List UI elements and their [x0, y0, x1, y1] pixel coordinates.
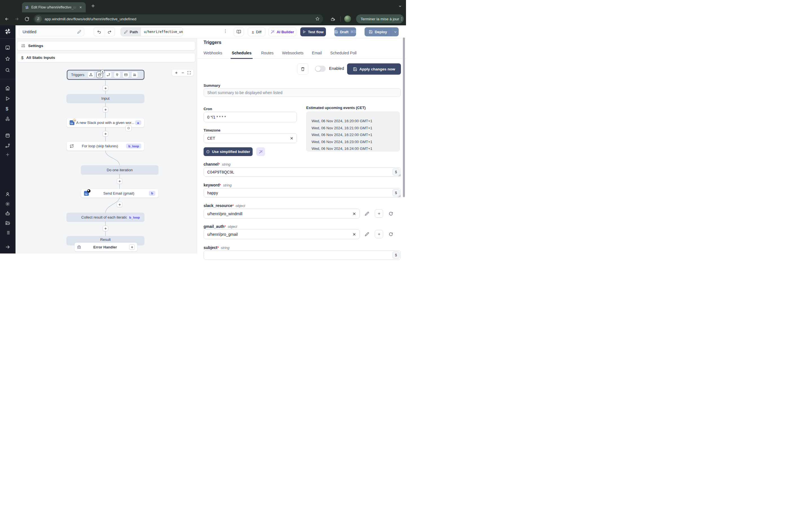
insert-step-button[interactable]	[103, 107, 108, 112]
insert-variable-button[interactable]: $	[393, 251, 400, 253]
keyword-input[interactable]	[204, 188, 401, 198]
edit-name-pencil-icon[interactable]	[77, 30, 81, 34]
browser-menu-kebab-icon[interactable]	[400, 17, 404, 21]
clear-timezone-icon[interactable]	[290, 136, 294, 140]
refresh-resource-icon[interactable]	[389, 212, 393, 216]
slack-step-node[interactable]: TS A new Slack post with a given wor... …	[66, 118, 144, 127]
sidebar-item-workers[interactable]	[5, 211, 10, 216]
bookmark-star-icon[interactable]	[315, 17, 320, 21]
reload-icon[interactable]	[24, 17, 29, 21]
do-one-iteration-node[interactable]: Do one iteration	[81, 165, 158, 174]
sidebar-item-variables[interactable]: $	[6, 106, 8, 112]
keyword-field[interactable]: $	[204, 188, 401, 198]
channel-field[interactable]: $	[204, 167, 401, 177]
triggers-node[interactable]: Triggers 1	[67, 70, 144, 80]
url-bar[interactable]: app.windmill.dev/flows/edit/u/henri/effe…	[34, 14, 323, 23]
tab-websockets[interactable]: Websockets	[282, 51, 303, 58]
zoom-in-icon[interactable]	[174, 71, 178, 75]
insert-step-button[interactable]	[117, 178, 122, 184]
sidebar-item-resources[interactable]	[5, 116, 10, 121]
slack-resource-input[interactable]	[204, 209, 360, 219]
email-trigger-icon[interactable]	[123, 71, 129, 78]
docs-book-button[interactable]	[234, 27, 244, 36]
forward-icon[interactable]	[14, 17, 19, 21]
new-tab-button[interactable]	[91, 4, 95, 8]
edit-resource-pencil-icon[interactable]	[365, 212, 369, 216]
chevron-down-icon[interactable]	[394, 30, 397, 34]
scheduled-poll-trigger-icon[interactable]	[132, 71, 138, 78]
clear-resource-icon[interactable]	[352, 232, 356, 236]
profile-avatar[interactable]	[344, 15, 351, 22]
input-node[interactable]: Input	[66, 94, 144, 103]
select-box-button[interactable]	[125, 125, 132, 131]
browser-tab[interactable]: Edit Flow u/henri/effective_un	[22, 2, 86, 12]
tab-close-icon[interactable]	[79, 6, 82, 9]
sidebar-item-schedules[interactable]	[5, 133, 10, 138]
sidebar-item-audit-logs[interactable]	[5, 230, 10, 235]
edit-resource-pencil-icon[interactable]	[365, 232, 369, 236]
ai-builder-button[interactable]: AI Builder	[268, 27, 296, 36]
apply-changes-button[interactable]: Apply changes now	[347, 63, 401, 75]
enabled-toggle[interactable]	[315, 66, 326, 72]
add-error-handler-button[interactable]	[129, 244, 135, 250]
sidebar-item-workspace[interactable]	[5, 45, 10, 50]
sidebar-item-search[interactable]	[5, 68, 10, 73]
sidebar-expand-arrow-icon[interactable]	[5, 244, 10, 249]
schedule-trigger-icon[interactable]: 1	[96, 71, 103, 78]
timezone-field[interactable]	[204, 133, 297, 143]
sidebar-item-folders[interactable]	[5, 221, 10, 226]
sidebar-item-routes[interactable]	[5, 143, 10, 148]
gmail-auth-input[interactable]	[204, 229, 360, 239]
resize-handle[interactable]	[398, 195, 400, 197]
sidebar-item-settings[interactable]	[5, 202, 10, 207]
sidebar-item-favorites[interactable]	[5, 56, 10, 61]
channel-input[interactable]	[204, 167, 401, 177]
ai-cron-wand-button[interactable]	[256, 147, 265, 156]
subject-field[interactable]: $	[204, 250, 401, 253]
websocket-trigger-icon[interactable]	[114, 71, 120, 78]
summary-input[interactable]	[204, 88, 401, 97]
add-resource-button[interactable]	[375, 209, 383, 218]
windmill-logo[interactable]	[4, 28, 11, 35]
route-trigger-icon[interactable]	[105, 71, 112, 78]
add-resource-button[interactable]	[375, 230, 383, 238]
extensions-puzzle-icon[interactable]	[331, 17, 335, 21]
site-settings-icon[interactable]	[35, 15, 42, 22]
refresh-resource-icon[interactable]	[389, 232, 393, 236]
tab-webhooks[interactable]: Webhooks	[204, 51, 222, 58]
cron-input[interactable]	[204, 112, 297, 122]
subject-input[interactable]	[204, 250, 401, 253]
resize-handle[interactable]	[398, 174, 400, 176]
timezone-input[interactable]	[204, 133, 297, 143]
tab-scheduled-poll[interactable]: Scheduled Poll	[330, 51, 356, 58]
sidebar-item-home[interactable]	[5, 86, 10, 91]
draft-button[interactable]: Draft ⌘S	[335, 27, 356, 36]
sidebar-item-user[interactable]	[5, 192, 10, 197]
sidebar-item-add[interactable]	[5, 152, 10, 157]
tab-schedules[interactable]: Schedules	[231, 51, 253, 59]
zoom-out-icon[interactable]	[181, 71, 185, 75]
delete-schedule-button[interactable]	[297, 63, 308, 75]
tab-email[interactable]: Email	[312, 51, 322, 58]
flow-name-field[interactable]: Untitled	[19, 27, 84, 36]
panel-scrollbar[interactable]	[403, 38, 405, 197]
insert-step-button[interactable]	[117, 202, 122, 207]
test-flow-button[interactable]: Test flow	[300, 27, 326, 36]
redo-button[interactable]	[104, 27, 115, 36]
more-options-kebab-icon[interactable]	[223, 29, 227, 33]
tab-routes[interactable]: Routes	[261, 51, 273, 58]
tab-search-chevron-icon[interactable]	[398, 4, 402, 8]
insert-step-button[interactable]	[103, 226, 108, 231]
back-icon[interactable]	[4, 17, 9, 21]
forloop-node[interactable]: For loop (skip failures) b_loop	[66, 142, 144, 151]
deploy-button[interactable]: Deploy	[364, 27, 399, 36]
error-handler-node[interactable]: Error Handler	[74, 242, 137, 251]
undo-button[interactable]	[94, 27, 104, 36]
send-email-node[interactable]: TS Send Email (gmail) b	[81, 189, 158, 198]
collect-result-node[interactable]: Collect result of each iteration b_loop	[66, 213, 144, 222]
webhook-trigger-icon[interactable]	[88, 71, 94, 78]
path-label-segment[interactable]: Path	[121, 27, 141, 36]
path-input[interactable]: u/henri/effective_undef	[141, 27, 183, 36]
insert-step-button[interactable]	[103, 131, 108, 136]
browser-update-button[interactable]: Terminer la mise à jour	[356, 14, 404, 23]
